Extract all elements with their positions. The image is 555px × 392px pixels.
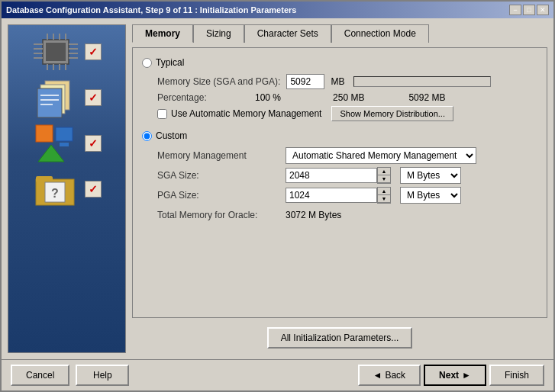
sga-unit-select[interactable]: M Bytes G Bytes	[400, 167, 461, 184]
sga-size-spinner: ▲ ▼	[286, 167, 391, 184]
sga-size-input[interactable]	[286, 168, 377, 183]
docs-icon	[33, 79, 79, 117]
auto-memory-checkbox[interactable]	[157, 109, 167, 119]
check-icon-3: ✓	[85, 135, 102, 152]
custom-label: Custom	[156, 130, 187, 141]
cpu-icon	[33, 33, 79, 71]
minimize-button[interactable]: −	[509, 5, 521, 15]
tab-bar: Memory Sizing Character Sets Connection …	[132, 24, 547, 43]
svg-rect-1	[46, 43, 66, 61]
total-memory-label: Total Memory for Oracle:	[157, 210, 279, 220]
memory-size-input[interactable]	[286, 74, 324, 89]
main-window: Database Configuration Assistant, Step 9…	[0, 0, 555, 392]
title-bar-buttons: − □ ✕	[509, 5, 549, 15]
pga-spinner-buttons: ▲ ▼	[377, 187, 391, 204]
memory-size-label: Memory Size (SGA and PGA):	[157, 76, 280, 87]
memory-management-row: Memory Management Automatic Shared Memor…	[157, 147, 537, 164]
next-button[interactable]: Next ►	[424, 365, 486, 386]
maximize-button[interactable]: □	[523, 5, 535, 15]
tab-sizing[interactable]: Sizing	[193, 24, 244, 43]
pga-size-label: PGA Size:	[157, 190, 279, 201]
sga-decrement-button[interactable]: ▼	[378, 175, 390, 183]
tab-connection-mode[interactable]: Connection Mode	[331, 24, 429, 43]
pga-increment-button[interactable]: ▲	[378, 188, 390, 195]
total-memory-row: Total Memory for Oracle: 3072 M Bytes	[157, 210, 537, 220]
auto-memory-label: Use Automatic Memory Management	[171, 108, 321, 119]
sidebar-item-2: ✓	[18, 79, 117, 117]
show-memory-distribution-button[interactable]: Show Memory Distribution...	[331, 106, 453, 121]
main-content: ✓ ✓	[2, 18, 553, 359]
right-panel: Memory Sizing Character Sets Connection …	[132, 24, 547, 353]
percentage-value: 100 %	[255, 92, 281, 103]
sidebar-item-4: ? ✓	[18, 170, 117, 208]
sga-size-label: SGA Size:	[157, 170, 279, 181]
finish-button[interactable]: Finish	[489, 365, 544, 386]
percentage-max: 5092 MB	[408, 92, 445, 103]
check-icon-1: ✓	[85, 43, 102, 60]
percentage-row: Percentage: 100 % 250 MB 5092 MB	[157, 92, 537, 103]
svg-rect-20	[37, 88, 62, 117]
svg-text:?: ?	[51, 187, 59, 200]
bottom-section: All Initialization Parameters...	[132, 323, 547, 353]
back-arrow-icon: ◄	[373, 370, 382, 381]
pga-decrement-button[interactable]: ▼	[378, 195, 390, 203]
typical-radio[interactable]	[142, 58, 152, 68]
svg-rect-26	[60, 143, 69, 146]
svg-marker-27	[38, 145, 64, 162]
footer-right-buttons: ◄ Back Next ► Finish	[358, 365, 545, 386]
footer: Cancel Help ◄ Back Next ► Finish	[2, 359, 553, 390]
memory-slider-track[interactable]	[353, 76, 491, 87]
svg-rect-24	[36, 125, 53, 142]
sga-spinner-buttons: ▲ ▼	[377, 167, 391, 184]
folder-icon: ?	[33, 170, 79, 208]
typical-radio-row: Typical	[142, 57, 537, 68]
all-params-button[interactable]: All Initialization Parameters...	[267, 327, 413, 349]
sidebar: ✓ ✓	[8, 24, 126, 353]
title-bar: Database Configuration Assistant, Step 9…	[2, 2, 553, 18]
memory-size-unit: MB	[331, 76, 344, 87]
memory-size-row: Memory Size (SGA and PGA): MB	[157, 74, 537, 89]
sga-increment-button[interactable]: ▲	[378, 168, 390, 175]
back-button[interactable]: ◄ Back	[358, 365, 421, 386]
tab-content-memory: Typical Memory Size (SGA and PGA): MB Pe…	[132, 47, 547, 318]
typical-label: Typical	[156, 57, 184, 68]
footer-left-buttons: Cancel Help	[11, 365, 129, 386]
sga-size-row: SGA Size: ▲ ▼ M Bytes G Bytes	[157, 167, 537, 184]
svg-rect-29	[36, 176, 53, 182]
svg-rect-25	[56, 127, 73, 141]
shapes-icon	[33, 124, 79, 162]
pga-size-input[interactable]	[286, 188, 377, 203]
check-icon-2: ✓	[85, 89, 102, 106]
cancel-button[interactable]: Cancel	[11, 365, 69, 386]
sidebar-item-1: ✓	[18, 33, 117, 71]
pga-size-row: PGA Size: ▲ ▼ M Bytes G Bytes	[157, 187, 537, 204]
memory-management-select[interactable]: Automatic Shared Memory Management Manua…	[286, 147, 476, 164]
next-arrow-icon: ►	[462, 370, 471, 381]
total-memory-value: 3072 M Bytes	[286, 210, 341, 220]
custom-radio-row: Custom	[142, 130, 537, 141]
back-label: Back	[385, 370, 405, 381]
sidebar-item-3: ✓	[18, 124, 117, 162]
tab-memory[interactable]: Memory	[132, 24, 193, 43]
next-label: Next	[439, 370, 459, 381]
pga-unit-select[interactable]: M Bytes G Bytes	[400, 187, 461, 204]
window-title: Database Configuration Assistant, Step 9…	[6, 5, 296, 14]
percentage-label: Percentage:	[157, 92, 249, 103]
percentage-min: 250 MB	[333, 92, 364, 103]
pga-size-spinner: ▲ ▼	[286, 187, 391, 204]
tab-character-sets[interactable]: Character Sets	[244, 24, 331, 43]
auto-memory-row: Use Automatic Memory Management Show Mem…	[157, 106, 537, 121]
memory-management-label: Memory Management	[157, 150, 279, 161]
check-icon-4: ✓	[85, 181, 102, 198]
help-button[interactable]: Help	[76, 365, 129, 386]
close-button[interactable]: ✕	[537, 5, 549, 15]
custom-radio[interactable]	[142, 131, 152, 141]
